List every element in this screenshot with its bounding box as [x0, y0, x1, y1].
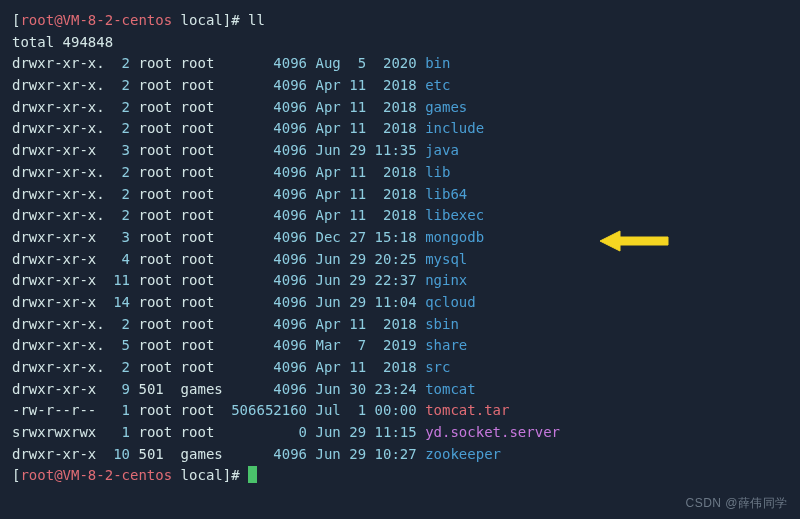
time: 15:18	[375, 229, 417, 245]
perms: drwxr-xr-x.	[12, 207, 105, 223]
name: lib	[425, 164, 450, 180]
time: 23:24	[375, 381, 417, 397]
cwd: local	[181, 12, 223, 28]
time: 2018	[375, 316, 417, 332]
group: root	[181, 359, 223, 375]
month: Apr	[316, 359, 341, 375]
day: 27	[349, 229, 366, 245]
prompt-line[interactable]: [root@VM-8-2-centos local]#	[12, 465, 788, 487]
list-item: drwxr-xr-x. 2 root root 4096 Apr 11 2018…	[12, 314, 788, 336]
day: 5	[349, 55, 366, 71]
group: root	[181, 316, 223, 332]
list-item: drwxr-xr-x 4 root root 4096 Jun 29 20:25…	[12, 249, 788, 271]
links: 4	[105, 251, 130, 267]
links: 10	[105, 446, 130, 462]
day: 29	[349, 294, 366, 310]
perms: drwxr-xr-x.	[12, 337, 105, 353]
links: 2	[105, 186, 130, 202]
list-item: -rw-r--r-- 1 root root 506652160 Jul 1 0…	[12, 400, 788, 422]
terminal-output: [root@VM-8-2-centos local]# lltotal 4948…	[12, 10, 788, 487]
owner: root	[138, 337, 172, 353]
name: sbin	[425, 316, 459, 332]
group: root	[181, 120, 223, 136]
group: root	[181, 77, 223, 93]
month: Jun	[316, 272, 341, 288]
perms: drwxr-xr-x.	[12, 164, 105, 180]
day: 29	[349, 251, 366, 267]
month: Dec	[316, 229, 341, 245]
owner: root	[138, 272, 172, 288]
day: 11	[349, 359, 366, 375]
owner: root	[138, 294, 172, 310]
name: bin	[425, 55, 450, 71]
group: games	[181, 381, 223, 397]
owner: root	[138, 77, 172, 93]
size: 4096	[223, 229, 307, 245]
list-item: drwxr-xr-x 10 501 games 4096 Jun 29 10:2…	[12, 444, 788, 466]
day: 30	[349, 381, 366, 397]
perms: drwxr-xr-x	[12, 272, 105, 288]
size: 4096	[223, 446, 307, 462]
perms: drwxr-xr-x.	[12, 99, 105, 115]
size: 0	[223, 424, 307, 440]
perms: drwxr-xr-x.	[12, 77, 105, 93]
time: 2018	[375, 186, 417, 202]
name: games	[425, 99, 467, 115]
prompt-line[interactable]: [root@VM-8-2-centos local]# ll	[12, 10, 788, 32]
links: 2	[105, 207, 130, 223]
list-item: drwxr-xr-x. 2 root root 4096 Apr 11 2018…	[12, 97, 788, 119]
links: 11	[105, 272, 130, 288]
owner: root	[138, 55, 172, 71]
owner: root	[138, 164, 172, 180]
time: 22:37	[375, 272, 417, 288]
owner: 501	[138, 446, 172, 462]
list-item: drwxr-xr-x. 2 root root 4096 Apr 11 2018…	[12, 75, 788, 97]
time: 2018	[375, 164, 417, 180]
cwd: local	[181, 467, 223, 483]
size: 4096	[223, 359, 307, 375]
size: 4096	[223, 164, 307, 180]
links: 14	[105, 294, 130, 310]
size: 4096	[223, 55, 307, 71]
group: root	[181, 207, 223, 223]
time: 11:35	[375, 142, 417, 158]
time: 10:27	[375, 446, 417, 462]
time: 2018	[375, 120, 417, 136]
owner: root	[138, 207, 172, 223]
day: 7	[349, 337, 366, 353]
name: libexec	[425, 207, 484, 223]
perms: -rw-r--r--	[12, 402, 105, 418]
owner: root	[138, 251, 172, 267]
month: Jun	[316, 294, 341, 310]
list-item: drwxr-xr-x. 5 root root 4096 Mar 7 2019 …	[12, 335, 788, 357]
month: Apr	[316, 207, 341, 223]
owner: root	[138, 359, 172, 375]
owner: root	[138, 186, 172, 202]
links: 1	[105, 402, 130, 418]
perms: drwxr-xr-x	[12, 381, 105, 397]
owner: root	[138, 424, 172, 440]
cursor-icon	[248, 466, 257, 483]
name: zookeeper	[425, 446, 501, 462]
size: 4096	[223, 251, 307, 267]
list-item: drwxr-xr-x. 2 root root 4096 Apr 11 2018…	[12, 162, 788, 184]
list-item: drwxr-xr-x 9 501 games 4096 Jun 30 23:24…	[12, 379, 788, 401]
size: 506652160	[223, 402, 307, 418]
day: 11	[349, 186, 366, 202]
list-item: drwxr-xr-x 14 root root 4096 Jun 29 11:0…	[12, 292, 788, 314]
links: 3	[105, 142, 130, 158]
month: Jun	[316, 251, 341, 267]
list-item: drwxr-xr-x. 2 root root 4096 Apr 11 2018…	[12, 357, 788, 379]
time: 11:04	[375, 294, 417, 310]
day: 11	[349, 316, 366, 332]
links: 5	[105, 337, 130, 353]
perms: drwxr-xr-x	[12, 142, 105, 158]
links: 2	[105, 55, 130, 71]
size: 4096	[223, 294, 307, 310]
user-host: root@VM-8-2-centos	[20, 467, 172, 483]
month: Jun	[316, 424, 341, 440]
owner: root	[138, 402, 172, 418]
time: 2018	[375, 359, 417, 375]
perms: drwxr-xr-x	[12, 294, 105, 310]
group: root	[181, 142, 223, 158]
